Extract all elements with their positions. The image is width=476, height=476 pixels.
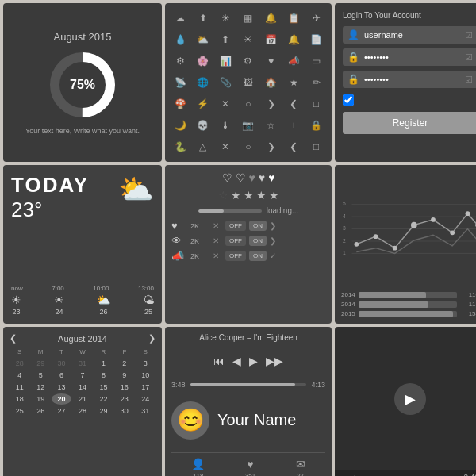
forecast-row: ☀ 23 ☀ 24 ⛅ 26 🌤 25 [11,294,154,316]
icon-box: ▭ [305,51,327,71]
icon-upload: ⬆ [193,8,214,28]
cal-d11[interactable]: 11 [10,382,29,393]
cal-d4[interactable]: 4 [10,370,29,381]
cal-d30[interactable]: 30 [52,358,71,369]
login-panel: Login To Your Account 👤 ☑ 🔒 ☑ 🔒 ☑ Regist… [335,3,476,162]
line-chart: 5 4 3 2 1 [341,171,476,286]
cal-d23[interactable]: 23 [114,393,134,405]
time-elapsed: 3:48 [171,381,186,389]
cal-d15[interactable]: 15 [94,382,113,393]
password1-input[interactable] [364,52,460,62]
agree-row[interactable] [343,93,476,107]
cal-d16[interactable]: 16 [114,382,134,393]
icon-plane: ✈ [305,8,327,28]
cal-d25[interactable]: 25 [10,405,29,416]
cal-d6[interactable]: 6 [52,370,71,381]
icon-pencil: ✏ [305,72,327,92]
toggle-eye-on[interactable]: ON [249,236,267,246]
likes-icon: ♥ [247,458,253,470]
svg-point-16 [431,217,436,222]
progress-fill [190,383,295,386]
time-total: 4:13 [311,381,325,389]
icon-lock: 🔒 [305,116,327,136]
video-play-btn[interactable]: ▶ [394,383,426,415]
cal-d5[interactable]: 5 [30,370,50,381]
toggle-eye-off[interactable]: OFF [225,236,246,246]
password1-field[interactable]: 🔒 ☑ [343,48,476,66]
username-input[interactable] [364,30,460,40]
toggle-eye-x: ✕ [209,236,222,245]
cal-d24[interactable]: 24 [136,393,155,405]
svg-point-13 [374,234,378,239]
cal-d29[interactable]: 29 [30,358,50,369]
cal-d26[interactable]: 26 [30,405,50,416]
next-btn[interactable]: ▶▶ [266,355,283,367]
icon-star: ★ [283,72,305,92]
username-field[interactable]: 👤 ☑ [343,26,476,44]
icon-sq2: □ [305,137,327,157]
cal-d7[interactable]: 7 [72,370,92,381]
panel1-subtext: Your text here, Write what you want. [25,127,140,135]
profile-likes[interactable]: ♥ 351 [245,458,255,476]
prev-btn[interactable]: ◀ [232,355,241,367]
cal-d18[interactable]: 18 [10,393,29,405]
cal-d29b[interactable]: 29 [94,405,113,416]
cal-d10[interactable]: 10 [136,370,155,381]
cal-hdr-f: F [114,347,134,357]
time-1000: 10:00 [93,285,109,292]
cal-next-btn[interactable]: ❯ [148,333,155,344]
profile-followers[interactable]: 👤 118 [191,458,205,476]
music-profile-panel: Alice Cooper – I'm Eighteen ⏮ ◀ ▶ ▶▶ 3:4… [165,327,332,476]
cal-d27[interactable]: 27 [52,405,71,416]
icon-star2: ☆ [260,116,282,136]
toggle-eye-row: 👁 2K ✕ OFF ON ❯ [171,235,325,247]
cal-prev-btn[interactable]: ❮ [10,333,17,344]
followers-count: 118 [193,472,203,476]
cal-d31[interactable]: 31 [72,358,92,369]
cal-d1[interactable]: 1 [94,358,113,369]
cal-d20-today[interactable]: 20 [52,393,71,405]
cal-d30b[interactable]: 30 [114,405,134,416]
progress-bar[interactable] [190,383,307,386]
forecast-temp-1300: 25 [144,308,152,316]
heart-3: ♥ [249,171,255,184]
cal-d19[interactable]: 19 [30,393,50,405]
donut-chart: 75% [47,49,118,121]
cal-d9[interactable]: 9 [114,370,134,381]
star-4: ★ [256,189,267,202]
cal-d31b[interactable]: 31 [136,405,155,416]
svg-point-14 [393,246,397,251]
svg-text:4: 4 [343,213,346,219]
loading-fill [198,209,224,213]
cal-d22[interactable]: 22 [94,393,113,405]
loading-label: loading... [267,206,299,215]
toggle-speaker-on[interactable]: ON [249,251,267,261]
cal-d28b[interactable]: 28 [72,405,92,416]
toggle-on-btn[interactable]: ON [249,221,267,231]
temperature: 23° [11,198,89,222]
cal-d12[interactable]: 12 [30,382,50,393]
cal-d2[interactable]: 2 [114,358,134,369]
rewind-btn[interactable]: ⏮ [213,355,225,367]
agree-checkbox[interactable] [343,94,354,106]
toggle-speaker-off[interactable]: OFF [225,251,246,261]
star-3: ★ [244,189,254,202]
icon-camera: 📷 [238,116,259,136]
register-button[interactable]: Register [343,112,476,134]
profile-messages[interactable]: ✉ 27 [296,458,305,476]
cal-d14[interactable]: 14 [72,382,92,393]
cal-d8[interactable]: 8 [94,370,113,381]
cal-d3[interactable]: 3 [136,358,155,369]
cal-month-year: August 2014 [58,334,107,344]
password2-input[interactable] [364,75,460,84]
cal-d21[interactable]: 21 [72,393,92,405]
play-pause-btn[interactable]: ▶ [249,355,258,367]
icon-bell2: 🔔 [283,29,305,49]
toggle-off-btn[interactable]: OFF [225,221,246,231]
icon-arrow-up: △ [193,137,214,157]
cal-d28[interactable]: 28 [10,358,29,369]
cal-d13[interactable]: 13 [52,382,71,393]
password2-field[interactable]: 🔒 ☑ [343,71,476,88]
icon-clip: 📎 [215,72,236,92]
cal-d17[interactable]: 17 [136,382,155,393]
